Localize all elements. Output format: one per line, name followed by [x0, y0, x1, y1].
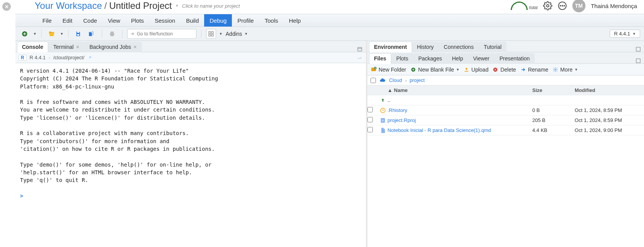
tab-connections[interactable]: Connections: [439, 42, 479, 52]
menu-item-edit[interactable]: Edit: [57, 14, 78, 27]
ram-gauge-icon[interactable]: [511, 2, 528, 10]
menu-item-profile[interactable]: Profile: [232, 14, 259, 27]
project-name[interactable]: Untitled Project: [109, 0, 172, 11]
left-tabs: ConsoleTerminal✕Background Jobs✕: [15, 41, 366, 52]
file-modified: Oct 1, 2024, 9:00 PM: [575, 127, 644, 133]
open-project-icon[interactable]: [46, 29, 57, 39]
console-path: /cloud/project/: [53, 55, 84, 60]
tab-files[interactable]: Files: [369, 53, 391, 64]
svg-rect-15: [636, 59, 641, 63]
tab-plots[interactable]: Plots: [391, 53, 413, 64]
print-icon[interactable]: [107, 29, 117, 39]
menu-item-file[interactable]: File: [37, 14, 57, 27]
tab-label: Terminal: [53, 44, 74, 50]
svg-point-0: [547, 5, 549, 7]
svg-rect-8: [110, 33, 114, 35]
breadcrumb-path[interactable]: project: [410, 77, 425, 83]
files-breadcrumb: Cloud › project: [367, 75, 644, 85]
tab-label: Help: [452, 55, 463, 62]
save-icon[interactable]: [73, 29, 83, 39]
tab-label: Console: [22, 44, 43, 50]
tab-presentation[interactable]: Presentation: [495, 53, 535, 64]
tab-environment[interactable]: Environment: [369, 42, 412, 52]
new-blank-file-button[interactable]: New Blank File ▼: [410, 67, 460, 73]
delete-button[interactable]: Delete: [492, 67, 516, 73]
column-size[interactable]: Size: [532, 87, 575, 93]
path-popout-icon[interactable]: [87, 55, 92, 60]
breadcrumb-root[interactable]: Cloud: [389, 77, 402, 83]
file-checkbox[interactable]: [367, 127, 373, 132]
project-hint[interactable]: Click to name your project: [182, 3, 240, 9]
tab-viewer[interactable]: Viewer: [468, 53, 495, 64]
tab-console[interactable]: Console: [17, 42, 48, 52]
tab-label: Connections: [444, 44, 474, 50]
save-all-icon[interactable]: [86, 29, 97, 39]
file-name[interactable]: project.Rproj: [387, 117, 532, 123]
file-row[interactable]: Rproject.Rproj205 BOct 1, 2024, 8:59 PM: [367, 115, 644, 125]
console-subbar: R R 4.4.1 · /cloud/project/: [15, 52, 366, 63]
file-checkbox[interactable]: [367, 107, 373, 112]
file-row[interactable]: Notebook Inicial - R para Data Science(1…: [367, 125, 644, 135]
user-name[interactable]: Thainá Mendonça: [591, 3, 637, 9]
rename-button[interactable]: Rename: [520, 67, 548, 73]
close-icon[interactable]: ✕: [2, 2, 11, 11]
new-folder-button[interactable]: New Folder: [371, 67, 406, 73]
tab-packages[interactable]: Packages: [413, 53, 447, 64]
grid-caret-icon[interactable]: ▼: [219, 32, 223, 36]
delete-label: Delete: [500, 67, 516, 73]
chevron-right-icon: ›: [405, 78, 407, 83]
svg-rect-10: [211, 32, 213, 33]
tab-background-jobs[interactable]: Background Jobs✕: [84, 42, 142, 52]
upload-button[interactable]: Upload: [463, 67, 488, 73]
file-row[interactable]: .Rhistory0 BOct 1, 2024, 8:59 PM: [367, 105, 644, 115]
tab-terminal[interactable]: Terminal✕: [48, 42, 84, 52]
open-project-caret-icon[interactable]: ▼: [60, 32, 64, 36]
file-checkbox[interactable]: [367, 117, 373, 122]
workspace-link[interactable]: Your Workspace: [35, 0, 102, 11]
files-up-row[interactable]: ..: [367, 95, 644, 105]
more-menu-icon[interactable]: [558, 1, 567, 10]
svg-rect-13: [358, 47, 362, 51]
menu-item-tools[interactable]: Tools: [259, 14, 283, 27]
goto-file-box[interactable]: [127, 29, 196, 39]
addins-menu[interactable]: Addins ▼: [226, 31, 248, 37]
pane-layout-icon[interactable]: [357, 47, 363, 52]
tab-close-icon[interactable]: ✕: [76, 45, 79, 50]
svg-rect-14: [636, 47, 641, 52]
console-output[interactable]: R version 4.4.1 (2024-06-14) -- "Race fo…: [15, 63, 366, 247]
menu-item-session[interactable]: Session: [149, 14, 181, 27]
goto-input[interactable]: [137, 31, 194, 37]
select-all-checkbox[interactable]: [371, 78, 376, 83]
tab-label: Viewer: [473, 55, 490, 62]
tab-history[interactable]: History: [412, 42, 439, 52]
more-button[interactable]: More ▼: [552, 67, 578, 73]
r-version-selector[interactable]: R 4.4.1 ▼: [610, 30, 640, 38]
menu-item-view[interactable]: View: [102, 14, 126, 27]
new-blank-caret-icon: ▼: [456, 68, 460, 72]
menu-item-code[interactable]: Code: [78, 14, 102, 27]
column-name[interactable]: ▲ Name: [387, 87, 532, 93]
files-pane-collapse-icon[interactable]: [636, 58, 641, 63]
menu-item-plots[interactable]: Plots: [126, 14, 149, 27]
menu-item-debug[interactable]: Debug: [204, 14, 232, 27]
right-bottom-tabs: FilesPlotsPackagesHelpViewerPresentation: [367, 52, 644, 64]
clear-console-icon[interactable]: [356, 55, 363, 60]
new-file-caret-icon[interactable]: ▼: [33, 32, 37, 36]
svg-point-19: [555, 69, 556, 70]
file-name[interactable]: .Rhistory: [387, 107, 532, 113]
menu-item-help[interactable]: Help: [283, 14, 306, 27]
gear-icon[interactable]: [543, 1, 552, 10]
new-file-icon[interactable]: [19, 29, 30, 39]
file-name[interactable]: Notebook Inicial - R para Data Science(1…: [387, 127, 532, 133]
svg-point-2: [560, 5, 561, 6]
avatar[interactable]: TM: [572, 0, 585, 12]
svg-rect-11: [209, 34, 211, 36]
pane-collapse-icon[interactable]: [636, 47, 641, 52]
grid-icon[interactable]: [206, 29, 216, 39]
column-modified[interactable]: Modified: [575, 87, 644, 93]
tab-tutorial[interactable]: Tutorial: [479, 42, 506, 52]
tab-help[interactable]: Help: [447, 53, 468, 64]
menu-item-build[interactable]: Build: [181, 14, 204, 27]
tab-close-icon[interactable]: ✕: [133, 45, 137, 50]
r-logo-icon: R: [18, 55, 27, 61]
